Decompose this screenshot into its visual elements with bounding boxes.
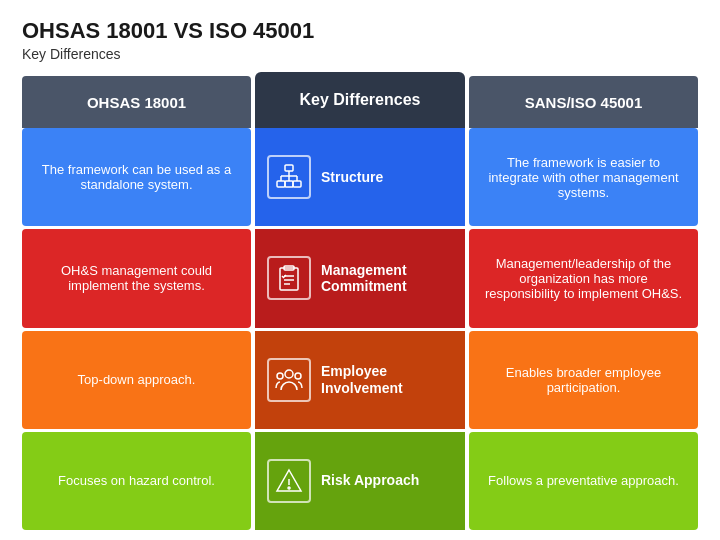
management-icon-box (267, 256, 311, 300)
risk-icon (275, 467, 303, 495)
row-risk: Focuses on hazard control. Risk Approach (22, 432, 698, 530)
svg-point-14 (285, 370, 293, 378)
management-icon (275, 264, 303, 292)
svg-point-15 (277, 373, 283, 379)
cell-right-employee: Enables broader employee participation. (469, 331, 698, 429)
page-subtitle: Key Differences (22, 46, 698, 62)
center-label-structure: Structure (321, 169, 383, 186)
risk-icon-box (267, 459, 311, 503)
center-label-risk: Risk Approach (321, 472, 419, 489)
comparison-table: OHSAS 18001 Key Differences SANS/ISO 450… (22, 76, 698, 530)
page-title: OHSAS 18001 VS ISO 45001 (22, 18, 698, 44)
employee-icon (275, 366, 303, 394)
employee-icon-box (267, 358, 311, 402)
header-center: Key Differences (255, 72, 465, 128)
cell-right-management: Management/leadership of the organizatio… (469, 229, 698, 327)
svg-rect-0 (285, 165, 293, 171)
row-employee: Top-down approach. (22, 331, 698, 429)
svg-rect-3 (293, 181, 301, 187)
row-structure: The framework can be used as a standalon… (22, 128, 698, 226)
cell-center-management: Management Commitment (255, 229, 465, 327)
svg-point-19 (288, 487, 290, 489)
header-left: OHSAS 18001 (22, 76, 251, 128)
cell-right-risk: Follows a preventative approach. (469, 432, 698, 530)
svg-rect-1 (277, 181, 285, 187)
row-management: OH&S management could implement the syst… (22, 229, 698, 327)
structure-icon (275, 163, 303, 191)
page: OHSAS 18001 VS ISO 45001 Key Differences… (0, 0, 720, 540)
svg-point-16 (295, 373, 301, 379)
header-row: OHSAS 18001 Key Differences SANS/ISO 450… (22, 76, 698, 128)
center-label-employee: Employee Involvement (321, 363, 453, 397)
svg-rect-9 (280, 268, 298, 290)
content-rows: The framework can be used as a standalon… (22, 128, 698, 530)
svg-rect-2 (285, 181, 293, 187)
structure-icon-box (267, 155, 311, 199)
cell-left-management: OH&S management could implement the syst… (22, 229, 251, 327)
cell-center-employee: Employee Involvement (255, 331, 465, 429)
cell-center-structure: Structure (255, 128, 465, 226)
cell-center-risk: Risk Approach (255, 432, 465, 530)
cell-left-structure: The framework can be used as a standalon… (22, 128, 251, 226)
header-right: SANS/ISO 45001 (469, 76, 698, 128)
cell-right-structure: The framework is easier to integrate wit… (469, 128, 698, 226)
cell-left-employee: Top-down approach. (22, 331, 251, 429)
center-label-management: Management Commitment (321, 262, 453, 296)
cell-left-risk: Focuses on hazard control. (22, 432, 251, 530)
